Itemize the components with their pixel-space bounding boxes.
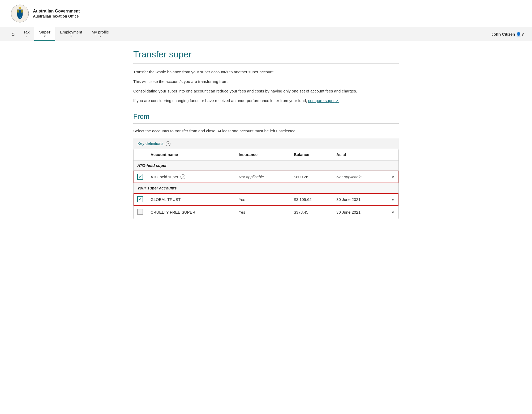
as-at-cell-global: 30 June 2021 — [333, 193, 388, 206]
expand-cell-ato[interactable]: ∨ — [388, 171, 398, 183]
as-at-cell-cruelty: 30 June 2021 — [333, 206, 388, 219]
group-label-ato: ATO-held super — [134, 160, 398, 171]
group-label-super: Your super accounts — [134, 183, 398, 193]
account-name-global: GLOBAL TRUST — [151, 197, 181, 202]
balance-cell-cruelty: $378.45 — [290, 206, 333, 219]
intro-p4: If you are considering changing funds or… — [133, 98, 399, 104]
accounts-table: Account name Insurance Balance As at ATO… — [134, 149, 398, 219]
account-name-cell-cruelty: CRUELTY FREE SUPER — [147, 206, 235, 219]
table-header-row: Account name Insurance Balance As at — [134, 149, 398, 160]
as-at-value-global: 30 June 2021 — [336, 197, 361, 202]
key-definitions-link[interactable]: Key definitions — [138, 141, 165, 146]
group-header-super: Your super accounts — [134, 183, 398, 193]
checkbox-global[interactable] — [137, 196, 143, 202]
col-insurance: Insurance — [235, 149, 290, 160]
svg-point-3 — [19, 7, 21, 9]
intro-p4-text: If you are considering changing funds or… — [133, 98, 307, 103]
insurance-cell-cruelty: Yes — [235, 206, 290, 219]
compare-super-link[interactable]: compare super ↗ — [308, 98, 339, 103]
insurance-cell-global: Yes — [235, 193, 290, 206]
svg-point-2 — [21, 10, 23, 13]
as-at-value-ato: Not applicable — [336, 175, 362, 179]
nav-myprofile-label: My profile — [92, 30, 109, 34]
nav-super[interactable]: Super ∨ — [34, 27, 55, 41]
nav-tax-label: Tax — [23, 30, 29, 34]
key-definitions-help-icon[interactable]: ? — [166, 141, 170, 146]
logo-area: ★ ★ ★ Australian Government Australian T… — [11, 4, 80, 23]
agency-title: Australian Taxation Office — [33, 14, 80, 19]
from-subtext: Select the account/s to transfer from an… — [133, 128, 399, 134]
account-name-ato: ATO-held super — [151, 175, 178, 179]
account-name-cell-ato: ATO-held super ? — [147, 171, 235, 183]
nav-home[interactable]: ⌂ — [8, 27, 19, 41]
nav-myprofile-chevron: ∨ — [99, 35, 101, 38]
checkbox-cell-ato[interactable] — [134, 171, 147, 183]
accounts-table-container: Account name Insurance Balance As at ATO… — [133, 149, 399, 219]
insurance-value-ato: Not applicable — [239, 175, 264, 179]
account-name-cell-global: GLOBAL TRUST — [147, 193, 235, 206]
checkbox-ato[interactable] — [137, 174, 143, 180]
nav-employment-label: Employment — [60, 30, 82, 34]
user-name: John Citizen — [491, 32, 515, 36]
expand-cell-cruelty[interactable]: ∨ — [388, 206, 398, 219]
insurance-value-global: Yes — [239, 197, 245, 202]
balance-cell-ato: $800.26 — [290, 171, 333, 183]
main-content: Transfer super Transfer the whole balanc… — [120, 41, 412, 235]
balance-value-global: $3,105.62 — [294, 197, 312, 202]
external-link-icon: ↗ — [336, 99, 338, 103]
checkbox-cell-cruelty[interactable] — [134, 206, 147, 219]
from-section-heading: From — [133, 112, 399, 124]
expand-icon-ato[interactable]: ∨ — [392, 175, 394, 179]
col-checkbox — [134, 149, 147, 160]
balance-value-cruelty: $378.45 — [294, 210, 308, 214]
as-at-value-cruelty: 30 June 2021 — [336, 210, 361, 214]
key-definitions-bar: Key definitions ? — [133, 138, 399, 149]
intro-section: Transfer the whole balance from your sup… — [133, 69, 399, 104]
checkbox-cell-global[interactable] — [134, 193, 147, 206]
col-expand — [388, 149, 398, 160]
col-as-at: As at — [333, 149, 388, 160]
as-at-cell-ato: Not applicable — [333, 171, 388, 183]
logo-text: Australian Government Australian Taxatio… — [33, 9, 80, 19]
user-menu[interactable]: John Citizen 👤 ∨ — [491, 27, 524, 41]
col-balance: Balance — [290, 149, 333, 160]
ato-help-icon[interactable]: ? — [181, 174, 185, 179]
table-row: ATO-held super ? Not applicable $800.26 … — [134, 171, 398, 183]
svg-point-1 — [17, 10, 19, 13]
intro-p3: Consolidating your super into one accoun… — [133, 88, 399, 94]
expand-icon-global[interactable]: ∨ — [392, 197, 394, 202]
intro-p2: This will close the account/s you are tr… — [133, 78, 399, 85]
navigation-bar: ⌂ Tax ∨ Super ∨ Employment ∨ My profile … — [0, 27, 532, 41]
balance-value-ato: $800.26 — [294, 175, 308, 179]
expand-icon-cruelty[interactable]: ∨ — [392, 210, 394, 214]
nav-tax-chevron: ∨ — [25, 35, 27, 38]
table-row: CRUELTY FREE SUPER Yes $378.45 30 June 2… — [134, 206, 398, 219]
nav-myprofile[interactable]: My profile ∨ — [87, 27, 114, 41]
ato-crest-icon: ★ ★ ★ — [11, 4, 29, 23]
nav-super-label: Super — [39, 30, 50, 34]
checkbox-cruelty[interactable] — [137, 209, 143, 215]
nav-employment-chevron: ∨ — [70, 35, 72, 38]
balance-cell-global: $3,105.62 — [290, 193, 333, 206]
page-title: Transfer super — [133, 49, 399, 64]
intro-p4-end: . — [339, 98, 340, 103]
page-header: ★ ★ ★ Australian Government Australian T… — [0, 0, 532, 27]
table-row: GLOBAL TRUST Yes $3,105.62 30 June 2021 … — [134, 193, 398, 206]
account-name-cruelty: CRUELTY FREE SUPER — [151, 210, 195, 214]
nav-employment[interactable]: Employment ∨ — [55, 27, 87, 41]
nav-items: ⌂ Tax ∨ Super ∨ Employment ∨ My profile … — [8, 27, 491, 41]
home-icon: ⌂ — [12, 31, 15, 37]
expand-cell-global[interactable]: ∨ — [388, 193, 398, 206]
nav-super-chevron: ∨ — [44, 35, 46, 38]
group-header-ato: ATO-held super — [134, 160, 398, 171]
nav-tax[interactable]: Tax ∨ — [19, 27, 34, 41]
svg-text:★: ★ — [22, 15, 23, 17]
intro-p1: Transfer the whole balance from your sup… — [133, 69, 399, 75]
user-chevron: ∨ — [521, 32, 524, 37]
insurance-value-cruelty: Yes — [239, 210, 245, 214]
svg-text:★: ★ — [17, 15, 19, 17]
government-title: Australian Government — [33, 9, 80, 14]
col-account-name: Account name — [147, 149, 235, 160]
svg-text:★: ★ — [19, 16, 21, 19]
insurance-cell-ato: Not applicable — [235, 171, 290, 183]
